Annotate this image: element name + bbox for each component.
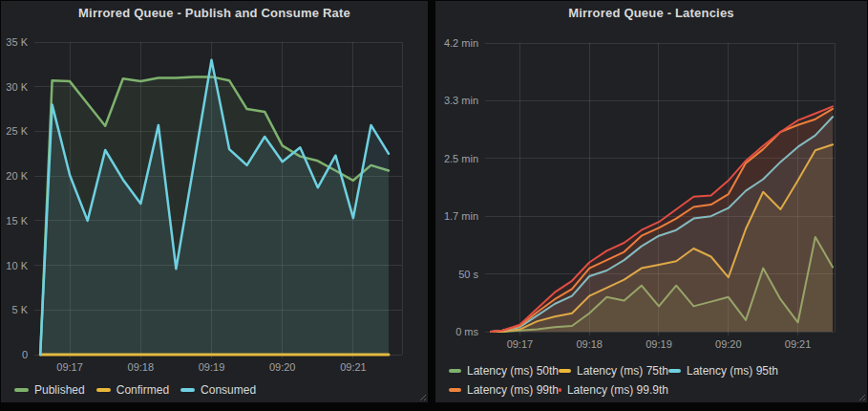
legend-swatch-icon: [559, 388, 561, 392]
y-tick-label: 50 s: [458, 269, 478, 280]
x-tick-label: 09:17: [507, 338, 534, 350]
y-tick-label: 15 K: [6, 215, 28, 227]
legend-item-published[interactable]: Published: [14, 380, 85, 400]
y-tick-label: 0: [22, 349, 28, 360]
y-tick-label: 4.2 min: [444, 37, 478, 49]
legend-label: Latency (ms) 99th: [467, 383, 559, 397]
legend-label: Consumed: [201, 383, 256, 397]
y-tick-label: 2.5 min: [444, 153, 478, 164]
y-tick-label: 1.7 min: [444, 210, 478, 222]
x-tick-label: 09:21: [340, 361, 367, 373]
legend-swatch-icon: [180, 388, 195, 392]
legend-item-latency-ms-75th[interactable]: Latency (ms) 75th: [559, 361, 668, 380]
panel-publish-consume-rate: Mirrored Queue - Publish and Consume Rat…: [1, 1, 428, 402]
legend-swatch-icon: [449, 388, 461, 392]
legend-item-confirmed[interactable]: Confirmed: [96, 380, 169, 400]
legend-swatch-icon: [559, 369, 571, 373]
series-fill-consumed: [40, 60, 389, 355]
legend-label: Latency (ms) 95th: [687, 364, 778, 378]
legend: Latency (ms) 50thLatency (ms) 75thLatenc…: [449, 361, 793, 400]
x-tick-label: 09:20: [715, 338, 742, 350]
legend-swatch-icon: [96, 388, 111, 392]
legend-item-latency-ms-50th[interactable]: Latency (ms) 50th: [449, 361, 559, 380]
legend-item-latency-ms-99-9th[interactable]: Latency (ms) 99.9th: [559, 380, 668, 400]
y-tick-label: 5 K: [11, 304, 28, 315]
y-tick-label: 20 K: [6, 170, 28, 182]
legend-label: Confirmed: [116, 383, 169, 397]
y-tick-label: 3.3 min: [444, 95, 478, 106]
legend-label: Latency (ms) 99.9th: [567, 383, 668, 397]
legend-swatch-icon: [14, 388, 29, 392]
y-tick-label: 35 K: [6, 36, 28, 48]
legend-swatch-icon: [668, 369, 681, 373]
y-tick-label: 25 K: [6, 125, 28, 137]
publish-consume-chart[interactable]: 05 K10 K15 K20 K25 K30 K35 K09:1709:1809…: [1, 1, 428, 402]
x-tick-label: 09:17: [56, 361, 83, 373]
latencies-chart[interactable]: 0 ms50 s1.7 min2.5 min3.3 min4.2 min09:1…: [435, 1, 867, 402]
legend: PublishedConfirmedConsumed: [14, 380, 256, 400]
y-tick-label: 30 K: [6, 81, 28, 93]
legend-swatch-icon: [449, 369, 461, 373]
legend-label: Latency (ms) 75th: [577, 364, 668, 378]
y-tick-label: 0 ms: [455, 326, 478, 337]
legend-label: Latency (ms) 50th: [467, 364, 559, 378]
x-tick-label: 09:18: [576, 338, 603, 350]
legend-item-latency-ms-95th[interactable]: Latency (ms) 95th: [668, 361, 778, 380]
x-tick-label: 09:20: [269, 361, 296, 373]
legend-label: Published: [34, 383, 85, 397]
legend-item-consumed[interactable]: Consumed: [180, 380, 256, 400]
x-tick-label: 09:19: [199, 361, 225, 373]
x-tick-label: 09:21: [785, 338, 812, 350]
x-tick-label: 09:18: [128, 361, 155, 373]
panel-latencies: Mirrored Queue - Latencies 0 ms50 s1.7 m…: [435, 1, 867, 402]
y-tick-label: 10 K: [6, 260, 28, 271]
legend-item-latency-ms-99th[interactable]: Latency (ms) 99th: [449, 380, 559, 400]
x-tick-label: 09:19: [646, 338, 672, 350]
